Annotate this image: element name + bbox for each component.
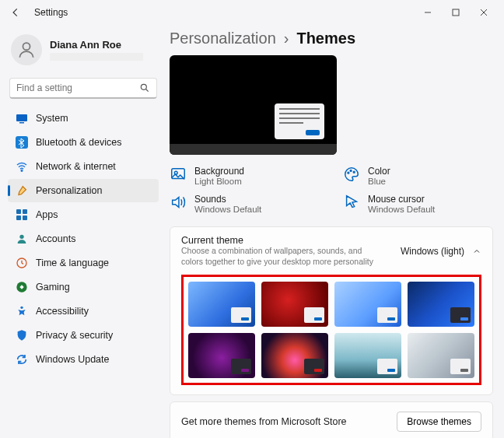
breadcrumb-parent[interactable]: Personalization <box>170 30 276 47</box>
theme-thumbnail[interactable] <box>334 282 401 327</box>
cursor-icon <box>343 194 360 211</box>
search-box[interactable] <box>9 78 157 99</box>
current-theme-desc: Choose a combination of wallpapers, soun… <box>181 246 383 267</box>
close-button[interactable] <box>470 0 498 25</box>
theme-mini-preview <box>450 359 471 374</box>
prop-background[interactable]: BackgroundLight Bloom <box>170 166 320 186</box>
nav-bluetooth[interactable]: Bluetooth & devices <box>8 131 159 154</box>
breadcrumb-current: Themes <box>296 30 355 47</box>
svg-point-18 <box>348 172 349 173</box>
accessibility-icon <box>16 305 28 317</box>
profile-block[interactable]: Diana Ann Roe <box>8 28 159 75</box>
search-icon <box>139 82 150 93</box>
theme-thumbnail[interactable] <box>188 333 255 378</box>
svg-point-7 <box>21 170 23 171</box>
current-theme-title: Current theme <box>181 235 383 246</box>
preview-window <box>275 103 324 139</box>
theme-mini-preview <box>231 307 251 323</box>
maximize-button[interactable] <box>442 0 470 25</box>
prop-color[interactable]: ColorBlue <box>343 166 493 186</box>
theme-thumbnail[interactable] <box>408 282 474 327</box>
current-theme-value: Windows (light) <box>401 246 464 257</box>
svg-rect-10 <box>16 215 21 220</box>
sidebar: Diana Ann Roe System Bluetooth & devices… <box>0 25 163 438</box>
breadcrumb: Personalization › Themes <box>170 30 493 47</box>
search-input[interactable] <box>16 82 139 93</box>
theme-thumbnail[interactable] <box>261 282 328 327</box>
nav-accessibility[interactable]: Accessibility <box>8 300 159 323</box>
theme-mini-preview <box>304 307 324 323</box>
theme-mini-preview <box>377 307 397 323</box>
breadcrumb-sep: › <box>284 30 289 47</box>
nav-apps[interactable]: Apps <box>8 203 159 226</box>
nav-privacy[interactable]: Privacy & security <box>8 324 159 347</box>
svg-rect-5 <box>19 122 24 124</box>
current-theme-header[interactable]: Current theme Choose a combination of wa… <box>170 227 492 275</box>
theme-mini-preview <box>450 307 471 323</box>
avatar <box>11 34 42 65</box>
theme-preview <box>170 55 337 155</box>
sound-icon <box>170 194 187 211</box>
profile-email-placeholder <box>50 53 143 61</box>
clock-icon <box>16 257 28 269</box>
image-icon <box>170 166 187 183</box>
bluetooth-icon <box>16 136 28 149</box>
back-button[interactable] <box>6 7 25 18</box>
svg-point-19 <box>350 170 352 172</box>
svg-rect-1 <box>453 9 459 16</box>
system-icon <box>16 112 28 124</box>
shield-icon <box>16 329 28 342</box>
svg-point-20 <box>353 171 355 173</box>
svg-rect-11 <box>23 215 27 220</box>
theme-thumbnail[interactable] <box>188 282 255 327</box>
wifi-icon <box>16 160 28 173</box>
nav-accounts[interactable]: Accounts <box>8 227 159 251</box>
svg-rect-9 <box>23 209 27 214</box>
theme-mini-preview <box>304 359 324 374</box>
svg-point-12 <box>19 235 23 239</box>
nav-time[interactable]: Time & language <box>8 251 159 275</box>
svg-rect-4 <box>16 114 27 121</box>
store-card: Get more themes from Microsoft Store Bro… <box>170 401 493 438</box>
prop-cursor[interactable]: Mouse cursorWindows Default <box>343 194 493 214</box>
svg-point-15 <box>20 307 23 309</box>
minimize-button[interactable] <box>414 0 442 25</box>
nav-gaming[interactable]: Gaming <box>8 275 159 299</box>
svg-point-3 <box>141 84 146 89</box>
theme-mini-preview <box>231 359 251 374</box>
current-theme-card: Current theme Choose a combination of wa… <box>170 226 493 395</box>
update-icon <box>16 353 28 366</box>
palette-icon <box>343 166 360 183</box>
profile-name: Diana Ann Roe <box>50 39 143 51</box>
svg-point-2 <box>23 43 30 50</box>
nav-personalization[interactable]: Personalization <box>8 179 159 202</box>
theme-thumbnail[interactable] <box>408 333 474 378</box>
titlebar: Settings <box>0 0 504 25</box>
browse-themes-button[interactable]: Browse themes <box>397 412 481 432</box>
nav-system[interactable]: System <box>8 107 159 130</box>
store-text: Get more themes from Microsoft Store <box>181 416 347 427</box>
apps-icon <box>16 208 28 221</box>
nav-network[interactable]: Network & internet <box>8 155 159 178</box>
accounts-icon <box>16 233 28 245</box>
paintbrush-icon <box>16 184 28 197</box>
svg-rect-8 <box>16 209 21 214</box>
preview-taskbar <box>170 144 337 155</box>
prop-sounds[interactable]: SoundsWindows Default <box>170 194 320 214</box>
chevron-up-icon <box>472 247 481 256</box>
theme-mini-preview <box>377 359 397 374</box>
gaming-icon <box>16 281 28 293</box>
main-content: Personalization › Themes BackgroundLight… <box>163 25 504 438</box>
theme-thumbnail[interactable] <box>261 333 328 378</box>
window-title: Settings <box>34 7 68 18</box>
nav-update[interactable]: Windows Update <box>8 348 159 371</box>
theme-thumbnail[interactable] <box>334 333 401 378</box>
themes-grid <box>181 275 481 385</box>
